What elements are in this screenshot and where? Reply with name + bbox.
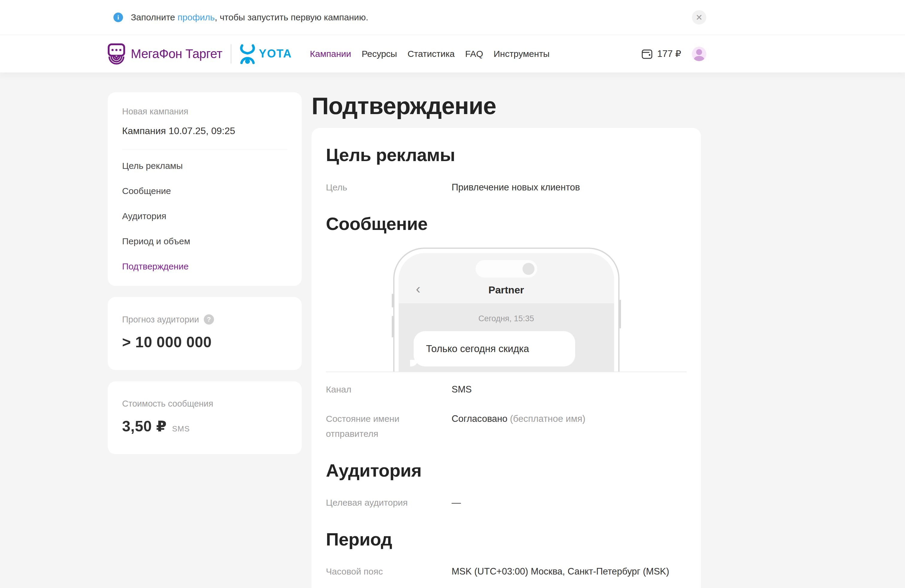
goal-label: Цель xyxy=(326,180,452,195)
phone-screen: ‹ Partner Сегодня, 15:35 Только сегодня … xyxy=(399,253,614,372)
message-price-card: Стоимость сообщения 3,50 ₽ SMS xyxy=(108,381,302,454)
chat-messages: Сегодня, 15:35 Только сегодня скидка xyxy=(399,303,614,372)
sms-preview: ‹ Partner Сегодня, 15:35 Только сегодня … xyxy=(326,237,686,372)
nav-item-campaigns[interactable]: Кампании xyxy=(310,49,351,59)
yota-wordmark: YOTA xyxy=(259,47,292,60)
megafon-target-logo[interactable]: МегаФон Таргет xyxy=(106,43,222,65)
banner-text-prefix: Заполните xyxy=(131,12,178,22)
info-icon: i xyxy=(113,13,123,22)
nav-item-statistics[interactable]: Статистика xyxy=(408,49,455,59)
page-title: Подтверждение xyxy=(311,92,701,120)
step-period[interactable]: Период и объем xyxy=(122,236,287,246)
period-section-heading: Период xyxy=(326,529,686,550)
message-section-heading: Сообщение xyxy=(326,213,686,234)
step-confirmation[interactable]: Подтверждение xyxy=(122,261,287,272)
main-nav: Кампании Ресурсы Статистика FAQ Инструме… xyxy=(310,49,550,59)
nav-item-resources[interactable]: Ресурсы xyxy=(362,49,397,59)
balance-value: 177 ₽ xyxy=(657,48,681,59)
step-message[interactable]: Сообщение xyxy=(122,186,287,196)
steps-list: Цель рекламы Сообщение Аудитория Период … xyxy=(122,161,287,272)
nav-item-tools[interactable]: Инструменты xyxy=(494,49,549,59)
brand-name: МегаФон Таргет xyxy=(131,47,222,61)
user-avatar[interactable] xyxy=(692,47,706,61)
step-goal[interactable]: Цель рекламы xyxy=(122,161,287,171)
message-timestamp: Сегодня, 15:35 xyxy=(399,314,614,323)
audience-section-heading: Аудитория xyxy=(326,460,686,481)
main-content: Подтверждение Цель рекламы Цель Привлече… xyxy=(311,92,701,588)
sender-name: Partner xyxy=(399,284,614,296)
confirmation-card: Цель рекламы Цель Привлечение новых клие… xyxy=(311,128,701,588)
sender-state-label: Состояние имени отправителя xyxy=(326,412,452,442)
goal-value: Привлечение новых клиентов xyxy=(452,180,580,195)
campaign-steps-card: Новая кампания Кампания 10.07.25, 09:25 … xyxy=(108,92,302,286)
megafon-logo-icon xyxy=(106,43,127,65)
step-audience[interactable]: Аудитория xyxy=(122,211,287,221)
balance-button[interactable]: 177 ₽ xyxy=(640,47,681,60)
phone-mockup: ‹ Partner Сегодня, 15:35 Только сегодня … xyxy=(393,248,619,372)
channel-label: Канал xyxy=(326,382,452,397)
forecast-value: > 10 000 000 xyxy=(122,334,287,351)
price-value: 3,50 ₽ xyxy=(122,418,167,435)
nav-item-faq[interactable]: FAQ xyxy=(465,49,483,59)
timezone-row: Часовой пояс MSK (UTC+03:00) Москва, Сан… xyxy=(326,564,686,579)
sender-state-note: (бесплатное имя) xyxy=(507,413,585,424)
help-icon[interactable]: ? xyxy=(204,315,214,324)
yota-logo-icon xyxy=(239,43,256,65)
profile-link[interactable]: профиль xyxy=(178,12,214,22)
phone-side-button xyxy=(392,316,393,337)
close-icon[interactable]: ✕ xyxy=(692,10,706,25)
channel-value: SMS xyxy=(452,382,472,397)
audience-value: — xyxy=(452,495,461,510)
goal-row: Цель Привлечение новых клиентов xyxy=(326,180,686,195)
goal-section-heading: Цель рекламы xyxy=(326,145,686,165)
brand-divider xyxy=(231,44,231,64)
yota-logo[interactable]: YOTA xyxy=(239,43,292,65)
forecast-label: Прогноз аудитории xyxy=(122,315,199,324)
chat-header: ‹ Partner xyxy=(399,253,614,303)
sender-state-row: Состояние имени отправителя Согласовано … xyxy=(326,412,686,442)
campaign-card-label: Новая кампания xyxy=(122,106,287,116)
message-bubble: Только сегодня скидка xyxy=(414,331,575,366)
avatar-person-icon xyxy=(696,49,702,55)
sender-state-value: Согласовано xyxy=(452,413,507,424)
banner-text-suffix: , чтобы запустить первую кампанию. xyxy=(215,12,368,22)
channel-row: Канал SMS xyxy=(326,382,686,397)
banner-text: Заполните профиль, чтобы запустить перву… xyxy=(131,12,368,22)
price-label: Стоимость сообщения xyxy=(122,399,287,408)
audience-row: Целевая аудитория — xyxy=(326,495,686,510)
audience-forecast-card: Прогноз аудитории ? > 10 000 000 xyxy=(108,297,302,370)
audience-label: Целевая аудитория xyxy=(326,495,452,510)
timezone-label: Часовой пояс xyxy=(326,564,452,579)
phone-side-button xyxy=(619,300,621,329)
divider xyxy=(122,149,287,149)
timezone-value: MSK (UTC+03:00) Москва, Санкт-Петербург … xyxy=(452,564,669,579)
app-header: МегаФон Таргет YOTA Кампании Ресурсы Ста… xyxy=(0,35,905,72)
campaign-name: Кампания 10.07.25, 09:25 xyxy=(122,126,287,137)
notification-banner: i Заполните профиль, чтобы запустить пер… xyxy=(0,0,905,35)
price-unit: SMS xyxy=(172,424,190,434)
phone-side-button xyxy=(392,294,393,307)
sidebar: Новая кампания Кампания 10.07.25, 09:25 … xyxy=(108,92,302,588)
wallet-icon xyxy=(640,47,654,60)
